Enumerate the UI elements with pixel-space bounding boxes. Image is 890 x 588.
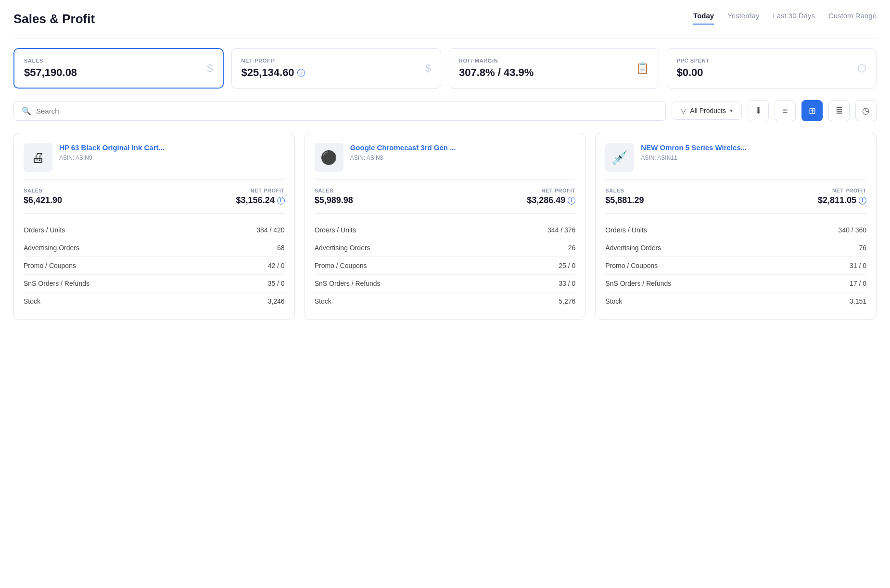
product-sales-stat-product1: SALES $6,421.90: [24, 188, 154, 205]
stat-value-roi: 307.8% / 43.9%: [459, 66, 534, 79]
page-container: Sales & Profit TodayYesterdayLast 30 Day…: [0, 0, 890, 588]
detail-advertising-product1: Advertising Orders 68: [24, 239, 285, 257]
detail-sns-product2: SnS Orders / Refunds 33 / 0: [315, 275, 576, 293]
product-info-product3: NEW Omron 5 Series Wireles... ASIN: ASIN…: [641, 143, 747, 161]
search-icon: 🔍: [22, 106, 31, 115]
product-title-product3[interactable]: NEW Omron 5 Series Wireles...: [641, 143, 747, 153]
stat-card-net_profit[interactable]: NET PROFIT $25,134.60 i $: [231, 48, 442, 89]
chart-icon: ◷: [862, 105, 870, 116]
stat-icon-roi: 📋: [636, 62, 649, 75]
list-icon: ≡: [783, 106, 788, 116]
page-title: Sales & Profit: [13, 12, 95, 26]
grid-view-button[interactable]: ⊞: [801, 100, 823, 121]
product-title-product2[interactable]: Google Chromecast 3rd Gen ...: [350, 143, 456, 153]
product-stats-product3: SALES $5,881.29 NET PROFIT $2,811.05 i: [605, 188, 866, 214]
compact-list-icon: ≣: [836, 105, 843, 116]
product-card-product1: 🖨 HP 63 Black Original Ink Cart... ASIN:…: [13, 133, 295, 320]
product-image-product1: 🖨: [24, 143, 52, 172]
detail-sns-product1: SnS Orders / Refunds 35 / 0: [24, 275, 285, 293]
detail-orders-product2: Orders / Units 344 / 376: [315, 221, 576, 239]
list-view-button[interactable]: ≡: [775, 100, 796, 121]
compact-list-button[interactable]: ≣: [828, 100, 850, 121]
toolbar: 🔍 ▽ All Products ▾ ⬇ ≡ ⊞ ≣ ◷: [13, 100, 877, 121]
search-box: 🔍: [13, 101, 666, 121]
detail-advertising-product3: Advertising Orders 76: [605, 239, 866, 257]
product-asin-product3: ASIN: ASIN11: [641, 154, 747, 161]
stat-label-roi: ROI / MARGIN: [459, 58, 534, 64]
info-icon[interactable]: i: [297, 69, 305, 77]
product-header-product2: ⚫ Google Chromecast 3rd Gen ... ASIN: AS…: [315, 143, 576, 180]
product-profit-stat-product1: NET PROFIT $3,156.24 i: [154, 188, 284, 205]
detail-promo-product2: Promo / Coupons 25 / 0: [315, 257, 576, 275]
divider: [13, 38, 877, 38]
detail-orders-product1: Orders / Units 384 / 420: [24, 221, 285, 239]
chart-view-button[interactable]: ◷: [855, 100, 877, 121]
stat-info-net_profit: NET PROFIT $25,134.60 i: [242, 58, 305, 79]
filter-all-products-button[interactable]: ▽ All Products ▾: [672, 102, 742, 120]
info-icon-profit-product3[interactable]: i: [859, 197, 866, 205]
detail-stock-product3: Stock 3,151: [605, 293, 866, 310]
stat-info-roi: ROI / MARGIN 307.8% / 43.9%: [459, 58, 534, 79]
detail-promo-product3: Promo / Coupons 31 / 0: [605, 257, 866, 275]
stat-icon-sales: $: [207, 62, 213, 75]
product-profit-stat-product3: NET PROFIT $2,811.05 i: [736, 188, 866, 205]
stat-icon-net_profit: $: [425, 62, 431, 75]
product-profit-stat-product2: NET PROFIT $3,286.49 i: [445, 188, 575, 205]
stat-label-net_profit: NET PROFIT: [242, 58, 305, 64]
product-asin-product2: ASIN: ASIN8: [350, 154, 456, 161]
download-icon: ⬇: [755, 105, 762, 116]
product-image-product2: ⚫: [315, 143, 343, 172]
product-header-product3: 💉 NEW Omron 5 Series Wireles... ASIN: AS…: [605, 143, 866, 180]
download-button[interactable]: ⬇: [748, 100, 769, 121]
date-tabs: TodayYesterdayLast 30 DaysCustom Range: [693, 12, 877, 25]
info-icon-profit-product2[interactable]: i: [568, 197, 575, 205]
date-tab-custom[interactable]: Custom Range: [828, 12, 877, 25]
stat-info-sales: SALES $57,190.08: [24, 58, 77, 79]
detail-advertising-product2: Advertising Orders 26: [315, 239, 576, 257]
header: Sales & Profit TodayYesterdayLast 30 Day…: [13, 12, 877, 26]
info-icon-profit-product1[interactable]: i: [277, 197, 285, 205]
stat-info-ppc: PPC SPENT $0.00: [677, 58, 710, 79]
product-sales-stat-product3: SALES $5,881.29: [605, 188, 736, 205]
detail-stock-product1: Stock 3,246: [24, 293, 285, 310]
stat-label-sales: SALES: [24, 58, 77, 64]
detail-promo-product1: Promo / Coupons 42 / 0: [24, 257, 285, 275]
detail-stock-product2: Stock 5,276: [315, 293, 576, 310]
stat-card-sales[interactable]: SALES $57,190.08 $: [13, 48, 224, 89]
stat-icon-ppc: ⬡: [857, 62, 866, 75]
products-grid: 🖨 HP 63 Black Original Ink Cart... ASIN:…: [13, 133, 877, 320]
product-stats-product1: SALES $6,421.90 NET PROFIT $3,156.24 i: [24, 188, 285, 214]
chevron-down-icon: ▾: [730, 107, 733, 114]
product-card-product2: ⚫ Google Chromecast 3rd Gen ... ASIN: AS…: [305, 133, 586, 320]
date-tab-yesterday[interactable]: Yesterday: [727, 12, 759, 25]
stat-value-ppc: $0.00: [677, 66, 710, 79]
stat-card-ppc[interactable]: PPC SPENT $0.00 ⬡: [667, 48, 877, 89]
product-image-product3: 💉: [605, 143, 634, 172]
filter-icon: ▽: [681, 107, 686, 115]
product-stats-product2: SALES $5,989.98 NET PROFIT $3,286.49 i: [315, 188, 576, 214]
product-asin-product1: ASIN: ASIN9: [59, 154, 165, 161]
stat-label-ppc: PPC SPENT: [677, 58, 710, 64]
stats-row: SALES $57,190.08 $ NET PROFIT $25,134.60…: [13, 48, 877, 89]
product-info-product1: HP 63 Black Original Ink Cart... ASIN: A…: [59, 143, 165, 161]
grid-icon: ⊞: [809, 105, 816, 116]
filter-label: All Products: [690, 107, 726, 115]
stat-value-sales: $57,190.08: [24, 66, 77, 79]
date-tab-last30[interactable]: Last 30 Days: [773, 12, 815, 25]
detail-sns-product3: SnS Orders / Refunds 17 / 0: [605, 275, 866, 293]
search-input[interactable]: [36, 107, 658, 115]
product-card-product3: 💉 NEW Omron 5 Series Wireles... ASIN: AS…: [595, 133, 877, 320]
product-header-product1: 🖨 HP 63 Black Original Ink Cart... ASIN:…: [24, 143, 285, 180]
stat-value-net_profit: $25,134.60 i: [242, 66, 305, 79]
product-title-product1[interactable]: HP 63 Black Original Ink Cart...: [59, 143, 165, 153]
product-sales-stat-product2: SALES $5,989.98: [315, 188, 445, 205]
stat-card-roi[interactable]: ROI / MARGIN 307.8% / 43.9% 📋: [449, 48, 659, 89]
date-tab-today[interactable]: Today: [693, 12, 714, 25]
product-info-product2: Google Chromecast 3rd Gen ... ASIN: ASIN…: [350, 143, 456, 161]
header-right: TodayYesterdayLast 30 DaysCustom Range: [693, 12, 877, 25]
detail-orders-product3: Orders / Units 340 / 360: [605, 221, 866, 239]
